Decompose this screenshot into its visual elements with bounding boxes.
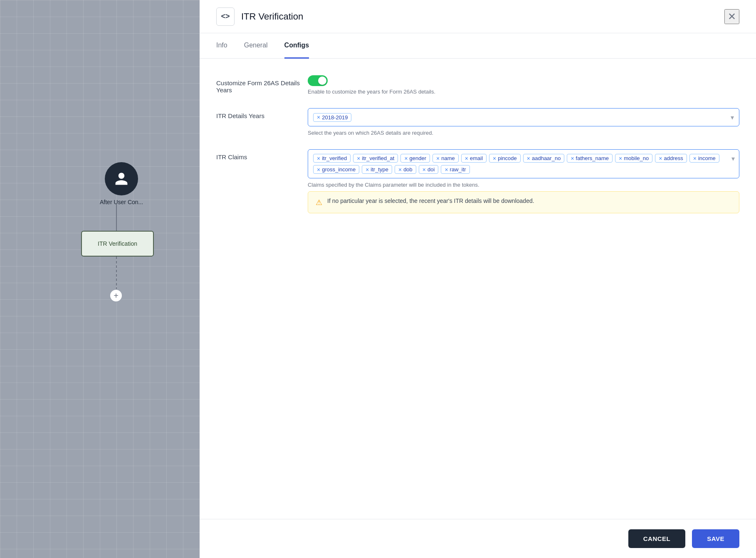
itr-details-years-label: ITR Details Years <box>216 108 308 119</box>
tag-remove-income[interactable]: × <box>693 156 697 161</box>
canvas-background: After User Con... ITR Verification + <box>0 0 200 558</box>
claim-tag-gender: ×gender <box>400 154 430 163</box>
toggle-knob <box>318 77 326 85</box>
close-button[interactable]: ✕ <box>724 9 739 24</box>
panel-title: ITR Verification <box>241 11 303 22</box>
itr-claims-row: ITR Claims ×itr_verified×itr_verified_at… <box>216 149 739 213</box>
itr-details-years-control: × 2018-2019 ▾ Select the years on which … <box>308 108 739 136</box>
itr-claims-description: Claims specified by the Claims parameter… <box>308 182 739 188</box>
tag-remove-fathers_name[interactable]: × <box>571 156 574 161</box>
itr-details-years-select[interactable]: × 2018-2019 ▾ <box>308 108 739 126</box>
claim-tag-mobile_no: ×mobile_no <box>615 154 652 163</box>
form26as-control: Enable to customize the years for Form 2… <box>308 75 739 95</box>
itr-flow-node[interactable]: ITR Verification <box>81 231 154 257</box>
tag-remove-address[interactable]: × <box>659 156 662 161</box>
claim-tag-itr_type: ×itr_type <box>362 165 392 174</box>
panel-footer: CANCEL SAVE <box>200 519 756 558</box>
tag-remove-mobile_no[interactable]: × <box>619 156 622 161</box>
claim-tag-name: ×name <box>432 154 459 163</box>
plus-icon: + <box>114 291 119 301</box>
itr-details-years-description: Select the years on which 26AS details a… <box>308 130 739 136</box>
canvas-grid <box>0 0 200 558</box>
itr-details-years-row: ITR Details Years × 2018-2019 ▾ Select t… <box>216 108 739 136</box>
tab-configs[interactable]: Configs <box>284 33 309 59</box>
tag-remove-doi[interactable]: × <box>422 167 426 173</box>
tag-remove-email[interactable]: × <box>465 156 468 161</box>
claim-tag-gross_income: ×gross_income <box>313 165 359 174</box>
claim-tag-itr_verified: ×itr_verified <box>313 154 351 163</box>
close-icon: ✕ <box>728 11 736 22</box>
claim-tag-doi: ×doi <box>419 165 439 174</box>
itr-claims-chevron-icon: ▾ <box>731 155 735 163</box>
tag-remove-itr_verified[interactable]: × <box>317 156 320 161</box>
header-left: <> ITR Verification <box>216 7 303 26</box>
claim-tag-income: ×income <box>689 154 719 163</box>
toggle-wrapper <box>308 75 739 86</box>
year-tag-label: 2018-2019 <box>322 114 348 121</box>
tag-remove-raw_itr[interactable]: × <box>445 167 448 173</box>
form26as-toggle[interactable] <box>308 75 328 86</box>
claim-tag-aadhaar_no: ×aadhaar_no <box>523 154 565 163</box>
itr-claims-label: ITR Claims <box>216 149 308 160</box>
panel-content: Customize Form 26AS Details Years Enable… <box>200 59 756 519</box>
claim-tag-address: ×address <box>655 154 687 163</box>
add-node-button[interactable]: + <box>109 289 123 302</box>
year-tag-2018-2019: × 2018-2019 <box>313 113 351 122</box>
claim-tag-dob: ×dob <box>395 165 416 174</box>
save-button[interactable]: SAVE <box>692 529 739 548</box>
warning-icon: ⚠ <box>316 198 322 207</box>
itr-claims-select[interactable]: ×itr_verified×itr_verified_at×gender×nam… <box>308 149 739 178</box>
tag-remove-itr_type[interactable]: × <box>366 167 369 173</box>
user-avatar <box>105 162 138 195</box>
claim-tag-fathers_name: ×fathers_name <box>567 154 613 163</box>
code-icon-button[interactable]: <> <box>216 7 235 26</box>
tag-remove-gender[interactable]: × <box>404 156 408 161</box>
after-user-label: After User Con... <box>100 199 143 205</box>
claim-tag-email: ×email <box>461 154 487 163</box>
claim-tag-raw_itr: ×raw_itr <box>441 165 469 174</box>
form26as-label: Customize Form 26AS Details Years <box>216 75 308 94</box>
tab-general[interactable]: General <box>244 33 268 59</box>
itr-flow-node-label: ITR Verification <box>98 240 137 247</box>
itr-claims-tags-container: ×itr_verified×itr_verified_at×gender×nam… <box>313 154 734 174</box>
chevron-down-icon: ▾ <box>731 114 734 121</box>
toggle-row: Enable to customize the years for Form 2… <box>308 75 739 95</box>
warning-box: ⚠ If no particular year is selected, the… <box>308 191 739 213</box>
code-icon: <> <box>221 12 230 21</box>
tab-bar: Info General Configs <box>200 33 756 59</box>
tag-remove-dob[interactable]: × <box>398 167 402 173</box>
panel-header: <> ITR Verification ✕ <box>200 0 756 33</box>
config-panel: <> ITR Verification ✕ Info General Confi… <box>200 0 756 558</box>
select-value: × 2018-2019 <box>313 113 351 122</box>
warning-text: If no particular year is selected, the r… <box>327 198 534 204</box>
tag-remove-pincode[interactable]: × <box>493 156 496 161</box>
connector-line-2 <box>116 257 117 290</box>
claim-tag-pincode: ×pincode <box>489 154 521 163</box>
form26as-row: Customize Form 26AS Details Years Enable… <box>216 75 739 95</box>
itr-claims-control: ×itr_verified×itr_verified_at×gender×nam… <box>308 149 739 213</box>
form26as-description: Enable to customize the years for Form 2… <box>308 89 739 95</box>
tag-remove-2018-2019[interactable]: × <box>317 114 320 120</box>
user-node: After User Con... <box>100 162 143 205</box>
tag-remove-aadhaar_no[interactable]: × <box>527 156 530 161</box>
tag-remove-name[interactable]: × <box>436 156 440 161</box>
tab-info[interactable]: Info <box>216 33 227 59</box>
tag-remove-itr_verified_at[interactable]: × <box>357 156 360 161</box>
cancel-button[interactable]: CANCEL <box>628 529 686 548</box>
tag-remove-gross_income[interactable]: × <box>317 167 320 173</box>
claim-tag-itr_verified_at: ×itr_verified_at <box>353 154 398 163</box>
